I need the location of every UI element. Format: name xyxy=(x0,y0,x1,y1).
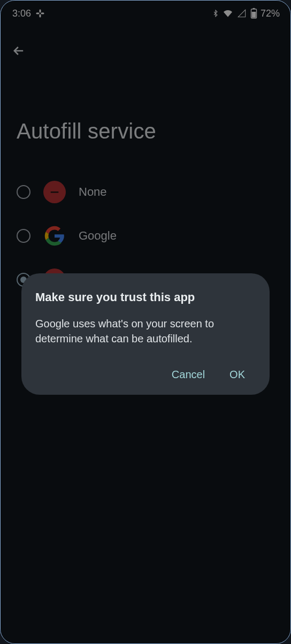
dialog-actions: Cancel OK xyxy=(35,364,256,385)
ok-button[interactable]: OK xyxy=(227,364,247,385)
dialog-body: Google uses what's on your screen to det… xyxy=(35,316,256,346)
dialog-title: Make sure you trust this app xyxy=(35,290,256,304)
trust-app-dialog: Make sure you trust this app Google uses… xyxy=(21,273,270,395)
cancel-button[interactable]: Cancel xyxy=(170,364,207,385)
